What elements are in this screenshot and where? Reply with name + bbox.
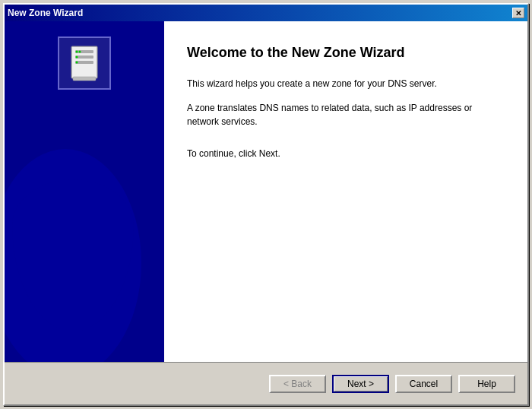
svg-rect-4: [75, 61, 93, 64]
wizard-window: New Zone Wizard ✕: [3, 3, 529, 406]
svg-point-8: [76, 61, 78, 63]
left-panel: [5, 21, 164, 362]
title-bar: New Zone Wizard ✕: [5, 5, 527, 21]
svg-rect-3: [75, 55, 93, 59]
svg-rect-9: [73, 77, 96, 81]
help-button[interactable]: Help: [458, 375, 515, 393]
wizard-continue: To continue, click Next.: [187, 147, 505, 160]
right-panel: Welcome to the New Zone Wizard This wiza…: [164, 21, 527, 362]
svg-rect-2: [75, 50, 93, 53]
wizard-title: Welcome to the New Zone Wizard: [187, 44, 505, 62]
svg-point-5: [76, 50, 78, 52]
close-button[interactable]: ✕: [512, 8, 524, 18]
back-button[interactable]: < Back: [269, 375, 326, 393]
server-icon-box: [58, 36, 111, 90]
svg-point-6: [79, 50, 81, 52]
wizard-description2: A zone translates DNS names to related d…: [187, 101, 505, 128]
next-button[interactable]: Next >: [332, 375, 389, 393]
svg-point-7: [76, 55, 78, 58]
wizard-description1: This wizard helps you create a new zone …: [187, 77, 505, 90]
cancel-button[interactable]: Cancel: [395, 375, 452, 393]
dialog-body: Welcome to the New Zone Wizard This wiza…: [5, 21, 527, 362]
button-bar: < Back Next > Cancel Help: [5, 362, 527, 404]
server-icon: [65, 43, 103, 84]
window-title: New Zone Wizard: [8, 8, 83, 18]
